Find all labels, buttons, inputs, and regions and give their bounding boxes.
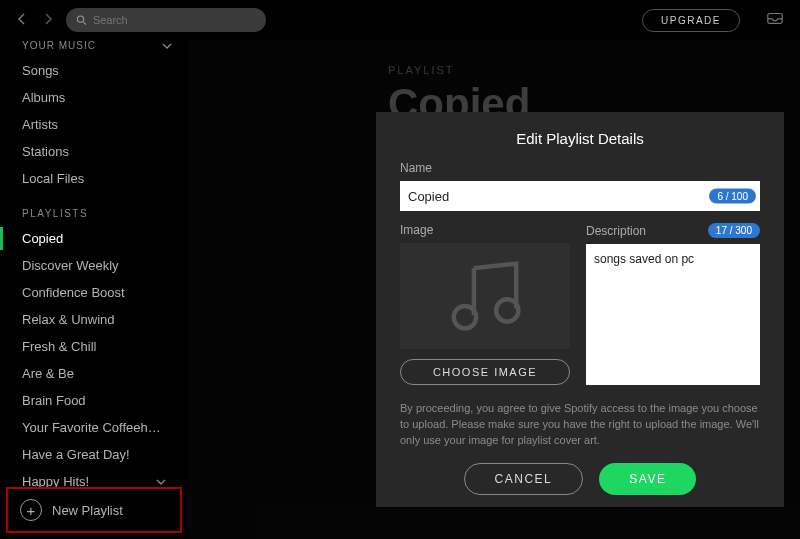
forward-button[interactable] <box>42 11 54 29</box>
sidebar-item[interactable]: Songs <box>0 57 188 84</box>
playlist-description-input[interactable] <box>586 244 760 385</box>
sidebar-playlist-item[interactable]: Brain Food <box>0 387 188 414</box>
sidebar-playlist-item[interactable]: Fresh & Chill <box>0 333 188 360</box>
name-row: 6 / 100 <box>400 181 760 211</box>
playlist-name-input[interactable] <box>400 181 760 211</box>
music-note-icon <box>440 257 530 335</box>
plus-circle-icon: + <box>20 499 42 521</box>
sidebar-playlist-item[interactable]: Have a Great Day! <box>0 441 188 468</box>
your-music-header: YOUR MUSIC <box>0 40 188 57</box>
search-field[interactable] <box>66 8 266 32</box>
name-label: Name <box>400 161 760 175</box>
sidebar-playlist-item[interactable]: Your Favorite Coffeeh… <box>0 414 188 441</box>
choose-image-button[interactable]: CHOOSE IMAGE <box>400 359 570 385</box>
sidebar: YOUR MUSIC SongsAlbumsArtistsStationsLoc… <box>0 40 188 539</box>
nav-arrows <box>16 11 54 29</box>
image-label: Image <box>400 223 570 237</box>
svg-point-0 <box>77 16 83 22</box>
sidebar-item[interactable]: Artists <box>0 111 188 138</box>
chevron-down-icon <box>156 477 166 487</box>
top-bar: UPGRADE <box>0 0 800 40</box>
upgrade-button[interactable]: UPGRADE <box>642 9 740 32</box>
new-playlist-label: New Playlist <box>52 503 123 518</box>
sidebar-item[interactable]: Albums <box>0 84 188 111</box>
chevron-left-icon <box>16 13 28 25</box>
inbox-button[interactable] <box>752 9 784 31</box>
sidebar-playlist-item[interactable]: Confidence Boost <box>0 279 188 306</box>
description-label: Description <box>586 224 646 238</box>
your-music-label: YOUR MUSIC <box>22 40 96 51</box>
sidebar-playlist-item[interactable]: Are & Be <box>0 360 188 387</box>
playlists-list: CopiedDiscover WeeklyConfidence BoostRel… <box>0 225 188 495</box>
playlists-label: PLAYLISTS <box>0 192 188 225</box>
description-count-badge: 17 / 300 <box>708 223 760 238</box>
sidebar-playlist-item[interactable]: Relax & Unwind <box>0 306 188 333</box>
description-column: Description 17 / 300 <box>586 223 760 385</box>
svg-line-1 <box>83 22 86 25</box>
svg-point-4 <box>496 299 518 321</box>
name-count-badge: 6 / 100 <box>709 189 756 204</box>
chevron-right-icon <box>42 13 54 25</box>
inbox-icon <box>766 9 784 27</box>
edit-playlist-modal: Edit Playlist Details Name 6 / 100 Image <box>376 112 784 507</box>
legal-text: By proceeding, you agree to give Spotify… <box>400 401 760 449</box>
new-playlist-button[interactable]: + New Playlist <box>6 487 182 533</box>
search-input[interactable] <box>93 14 256 26</box>
sidebar-item[interactable]: Stations <box>0 138 188 165</box>
modal-title: Edit Playlist Details <box>400 130 760 147</box>
svg-point-3 <box>454 306 476 328</box>
image-placeholder[interactable] <box>400 243 570 349</box>
sidebar-item[interactable]: Local Files <box>0 165 188 192</box>
image-column: Image CHOOSE IMAGE <box>400 223 570 385</box>
save-button[interactable]: SAVE <box>599 463 696 495</box>
cancel-button[interactable]: CANCEL <box>464 463 584 495</box>
sidebar-playlist-item[interactable]: Copied <box>0 225 188 252</box>
sidebar-playlist-item[interactable]: Discover Weekly <box>0 252 188 279</box>
your-music-list: SongsAlbumsArtistsStationsLocal Files <box>0 57 188 192</box>
modal-actions: CANCEL SAVE <box>400 463 760 495</box>
back-button[interactable] <box>16 11 28 29</box>
chevron-down-icon[interactable] <box>162 41 172 51</box>
content-area: PLAYLIST Copied Edit Playlist Details Na… <box>188 40 800 539</box>
search-icon <box>76 14 87 26</box>
